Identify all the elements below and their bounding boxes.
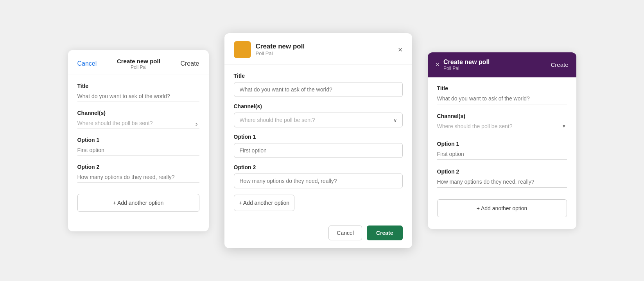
modal-add-option-button[interactable]: + Add another option [234, 195, 295, 211]
app-option1-input[interactable] [437, 149, 567, 160]
option1-input[interactable] [77, 145, 199, 156]
option2-label: Option 2 [77, 164, 199, 170]
modal-create-button[interactable]: Create [367, 226, 403, 240]
modal-header: Create new poll Poll Pal × [224, 33, 412, 65]
app-title-field-group: Title [437, 85, 567, 104]
app-title-input[interactable] [437, 94, 567, 104]
modal-title-input[interactable] [234, 82, 403, 97]
app-add-option-button[interactable]: + Add another option [437, 199, 567, 217]
modal-title: Create new poll [256, 43, 305, 50]
app-option1-field-group: Option 1 [437, 141, 567, 160]
app-body: Title Channel(s) Where should the poll b… [428, 77, 576, 229]
app-header-left: × Create new poll Poll Pal [436, 59, 490, 71]
channels-select[interactable]: Where should the poll be sent? [77, 118, 199, 129]
modal-channels-label: Channel(s) [234, 103, 403, 109]
modal-close-button[interactable]: × [398, 46, 403, 54]
modal-cancel-button[interactable]: Cancel [328, 226, 362, 240]
app-subtitle: Poll Pal [443, 66, 490, 71]
app-option2-input[interactable] [437, 177, 567, 188]
app-option2-label: Option 2 [437, 168, 567, 175]
modal-option1-label: Option 1 [234, 134, 403, 140]
modal-option2-label: Option 2 [234, 164, 403, 170]
modal-subtitle: Poll Pal [256, 50, 305, 56]
panel-title: Create new poll [117, 58, 160, 64]
modal-channels-select[interactable]: Where should the poll be sent? [234, 113, 403, 127]
app-title-label: Title [437, 85, 567, 91]
modal-panel: Create new poll Poll Pal × Title Channel… [224, 33, 412, 248]
poll-pal-icon [234, 41, 251, 58]
create-button[interactable]: Create [180, 60, 199, 67]
title-field-group: Title [77, 83, 199, 102]
app-title: Create new poll [443, 59, 490, 66]
modal-title-group: Create new poll Poll Pal [256, 43, 305, 56]
option1-field-group: Option 1 [77, 137, 199, 156]
app-header-title-group: Create new poll Poll Pal [443, 59, 490, 71]
modal-footer: Cancel Create [224, 219, 412, 248]
modal-channels-select-wrapper: Where should the poll be sent? [234, 113, 403, 127]
modal-title-label: Title [234, 73, 403, 79]
option2-field-group: Option 2 [77, 164, 199, 183]
mobile-panel: Cancel Create new poll Poll Pal Create T… [68, 50, 209, 231]
modal-header-left: Create new poll Poll Pal [234, 41, 305, 58]
app-create-button[interactable]: Create [551, 61, 568, 68]
option1-label: Option 1 [77, 137, 199, 143]
channels-label: Channel(s) [77, 110, 199, 116]
panel-subtitle: Poll Pal [117, 64, 160, 70]
app-channels-select[interactable]: Where should the poll be sent? [437, 122, 567, 132]
modal-option2-input[interactable] [234, 174, 403, 188]
option2-input[interactable] [77, 172, 199, 183]
app-header: × Create new poll Poll Pal Create [428, 52, 576, 77]
title-label: Title [77, 83, 199, 89]
app-channels-field-group: Channel(s) Where should the poll be sent… [437, 113, 567, 132]
app-option1-label: Option 1 [437, 141, 567, 147]
channels-select-wrapper: Where should the poll be sent? [77, 118, 199, 129]
app-close-button[interactable]: × [436, 61, 440, 69]
header-title-group: Create new poll Poll Pal [117, 58, 160, 70]
mobile-panel-header: Cancel Create new poll Poll Pal Create [68, 50, 209, 75]
modal-body: Title Channel(s) Where should the poll b… [224, 65, 412, 219]
modal-option1-input[interactable] [234, 143, 403, 158]
app-channels-select-wrapper: Where should the poll be sent? [437, 122, 567, 132]
channels-field-group: Channel(s) Where should the poll be sent… [77, 110, 199, 129]
add-option-button[interactable]: + Add another option [77, 194, 199, 212]
title-input[interactable] [77, 91, 199, 102]
cancel-button[interactable]: Cancel [77, 60, 97, 67]
app-panel: × Create new poll Poll Pal Create Title … [428, 52, 576, 229]
app-option2-field-group: Option 2 [437, 168, 567, 188]
mobile-panel-body: Title Channel(s) Where should the poll b… [68, 75, 209, 220]
app-channels-label: Channel(s) [437, 113, 567, 119]
